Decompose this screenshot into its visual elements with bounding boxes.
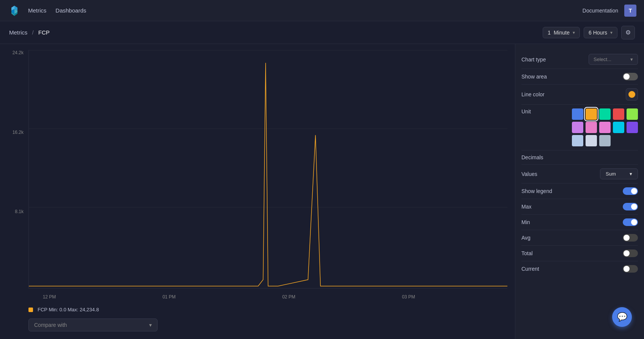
values-label: Values [521, 171, 537, 177]
nav-right: Documentation T [583, 5, 636, 17]
settings-button[interactable]: ⚙ [621, 26, 635, 39]
avg-toggle-knob [624, 235, 630, 241]
breadcrumb-current: FCP [38, 29, 50, 36]
total-toggle[interactable] [623, 250, 638, 257]
show-legend-knob [631, 188, 637, 194]
chart-wrapper: 24.2k 16.2k 8.1k [8, 50, 507, 304]
legend-color-box [28, 308, 33, 312]
compare-chevron-icon: ▾ [149, 322, 152, 328]
right-panel: Chart type Select... ▾ Show area Line co… [515, 44, 644, 339]
swatch-gray-light[interactable] [586, 135, 597, 146]
min-toggle-knob [631, 219, 637, 225]
chart-type-row: Chart type Select... ▾ [521, 50, 638, 69]
swatch-green[interactable] [627, 108, 638, 120]
swatch-row-3 [572, 135, 638, 146]
avg-row: Avg [521, 230, 638, 246]
show-legend-toggle[interactable] [623, 187, 638, 195]
swatch-blue[interactable] [572, 108, 583, 120]
avg-label: Avg [521, 235, 531, 241]
swatch-purple-dark[interactable] [627, 122, 638, 133]
swatch-cyan[interactable] [613, 122, 624, 133]
chart-type-label: Chart type [521, 56, 546, 63]
compare-placeholder: Compare with [34, 322, 67, 328]
show-legend-label: Show legend [521, 188, 552, 194]
swatch-gray-mid[interactable] [599, 135, 611, 146]
values-chevron-icon: ▾ [630, 171, 632, 177]
grid-line-bottom [29, 288, 507, 289]
swatch-row-2 [572, 122, 638, 133]
current-label: Current [521, 266, 539, 272]
breadcrumb-bar: Metrics / FCP 1 Minute ▾ 6 Hours ▾ ⚙ [0, 21, 644, 44]
interval-value: 1 [548, 30, 551, 36]
x-label-12pm: 12 PM [43, 294, 56, 300]
swatch-row-1 [572, 108, 638, 120]
toolbar-right: 1 Minute ▾ 6 Hours ▾ ⚙ [543, 26, 635, 39]
chart-type-value: Select... [594, 56, 611, 62]
x-label-1pm: 01 PM [162, 294, 176, 300]
chart-plot [28, 50, 507, 289]
interval-unit: Minute [554, 30, 570, 36]
breadcrumb-parent[interactable]: Metrics [9, 29, 27, 36]
show-area-toggle[interactable] [623, 73, 638, 80]
min-toggle[interactable] [623, 218, 638, 226]
current-row: Current [521, 261, 638, 276]
total-toggle-knob [624, 250, 630, 256]
swatch-red[interactable] [613, 108, 624, 120]
breadcrumb-separator: / [32, 29, 34, 36]
time-range-select[interactable]: 6 Hours ▾ [584, 27, 617, 38]
min-row: Min [521, 215, 638, 230]
swatch-orange[interactable] [586, 108, 597, 120]
line-color-button[interactable] [626, 88, 638, 100]
main-content: 24.2k 16.2k 8.1k [0, 44, 644, 339]
show-area-toggle-knob [624, 74, 630, 80]
current-toggle-knob [624, 266, 630, 272]
max-row: Max [521, 199, 638, 215]
swatch-purple-light[interactable] [572, 122, 583, 133]
max-toggle[interactable] [623, 203, 638, 210]
show-area-label: Show area [521, 74, 547, 80]
chart-type-select[interactable]: Select... ▾ [589, 54, 638, 65]
chart-line-svg [29, 50, 507, 288]
interval-select[interactable]: 1 Minute ▾ [543, 27, 580, 38]
swatch-teal[interactable] [599, 108, 611, 120]
swatch-pink[interactable] [586, 122, 597, 133]
max-toggle-knob [631, 204, 637, 210]
unit-color-panel [572, 108, 638, 146]
x-label-3pm: 03 PM [402, 294, 415, 300]
nav-metrics[interactable]: Metrics [28, 6, 46, 15]
compare-dropdown: Compare with ▾ [8, 319, 507, 331]
current-toggle[interactable] [623, 265, 638, 273]
chat-icon: 💬 [617, 312, 627, 322]
chat-button[interactable]: 💬 [612, 307, 632, 327]
unit-label: Unit [521, 108, 531, 115]
decimals-row: Decimals [521, 151, 638, 165]
x-label-2pm: 02 PM [282, 294, 296, 300]
user-avatar[interactable]: T [624, 5, 636, 17]
compare-select[interactable]: Compare with ▾ [28, 319, 157, 331]
nav-dashboards[interactable]: Dashboards [55, 6, 86, 15]
chart-area: 24.2k 16.2k 8.1k [0, 44, 515, 339]
line-color-row: Line color [521, 85, 638, 105]
show-area-row: Show area [521, 69, 638, 85]
y-label-mid1: 16.2k [13, 130, 24, 135]
total-row: Total [521, 246, 638, 261]
decimals-label: Decimals [521, 154, 543, 160]
top-nav: Metrics Dashboards Documentation T [0, 0, 644, 21]
interval-chevron-icon: ▾ [573, 30, 575, 35]
breadcrumb: Metrics / FCP [9, 29, 543, 36]
min-label: Min [521, 219, 530, 225]
line-color-dot [628, 91, 635, 98]
values-select[interactable]: Sum ▾ [600, 168, 638, 179]
time-range-value: 6 Hours [589, 30, 607, 36]
swatch-blue-light[interactable] [572, 135, 583, 146]
gear-icon: ⚙ [625, 29, 631, 36]
y-axis-labels: 24.2k 16.2k 8.1k [8, 50, 27, 289]
legend-area: FCP Min: 0.0 Max: 24,234.8 [8, 307, 507, 312]
swatch-pink-2[interactable] [599, 122, 611, 133]
values-row: Values Sum ▾ [521, 165, 638, 184]
avg-toggle[interactable] [623, 234, 638, 242]
documentation-link[interactable]: Documentation [583, 8, 618, 14]
show-legend-row: Show legend [521, 184, 638, 199]
line-color-label: Line color [521, 91, 545, 97]
time-range-chevron-icon: ▾ [610, 30, 613, 35]
